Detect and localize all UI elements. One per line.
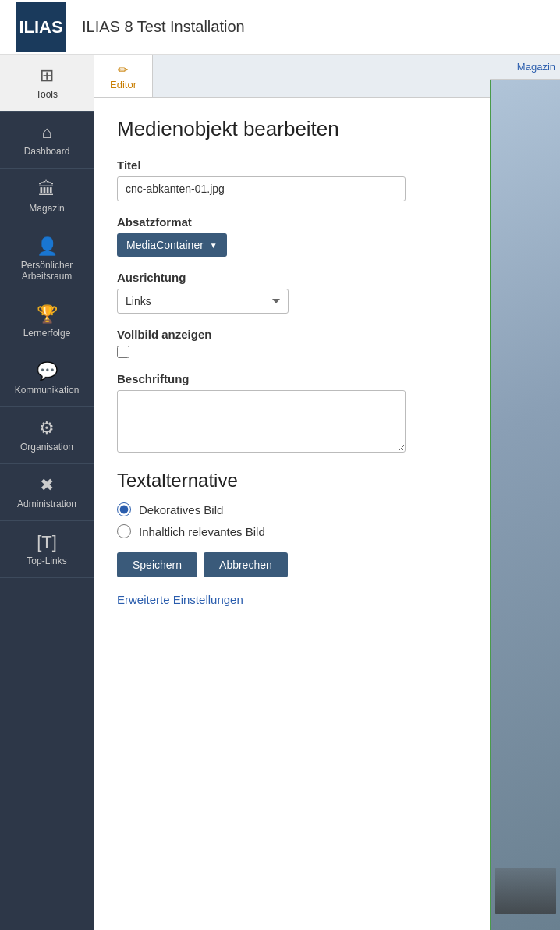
sidebar-item-magazin[interactable]: 🏛 Magazin: [0, 169, 94, 225]
sidebar-item-lernerfolge[interactable]: 🏆 Lernerfolge: [0, 293, 94, 350]
sidebar-item-administration[interactable]: ✖ Administration: [0, 464, 94, 521]
advanced-settings-link[interactable]: Erweiterte Einstellungen: [117, 593, 243, 606]
beschriftung-group: Beschriftung: [117, 372, 466, 456]
sidebar-item-kommunikation[interactable]: 💬 Kommunikation: [0, 350, 94, 407]
main-layout: ⊞ Tools ⌂ Dashboard 🏛 Magazin 👤 Persönli…: [0, 55, 560, 930]
sidebar-item-label: Persönlicher Arbeitsraum: [4, 260, 90, 282]
ausrichtung-group: Ausrichtung Links Rechts Mitte Keine: [117, 271, 466, 314]
speichern-button[interactable]: Speichern: [117, 552, 197, 577]
top-links-icon: [T]: [37, 532, 57, 552]
abbrechen-button[interactable]: Abbrechen: [204, 552, 288, 577]
sidebar-item-dashboard[interactable]: ⌂ Dashboard: [0, 112, 94, 169]
center-panel: ✏ Editor Medienobjekt bearbeiten Titel A…: [94, 55, 490, 930]
beschriftung-label: Beschriftung: [117, 372, 466, 385]
tab-label: Editor: [110, 79, 136, 91]
sidebar-item-label: Lernerfolge: [23, 328, 71, 339]
absatzformat-label: Absatzformat: [117, 215, 466, 229]
page-title: Medienobjekt bearbeiten: [117, 117, 466, 141]
sidebar-item-label: Dashboard: [24, 146, 70, 157]
sidebar-item-organisation[interactable]: ⚙ Organisation: [0, 407, 94, 464]
absatzformat-value: MediaContainer: [126, 239, 204, 251]
header-title: ILIAS 8 Test Installation: [82, 18, 245, 36]
header: ILIAS ILIAS 8 Test Installation: [0, 0, 560, 55]
org-icon: ⚙: [39, 418, 55, 438]
radio-dekorativ-label: Dekoratives Bild: [139, 503, 223, 516]
content-area: ✏ Editor Medienobjekt bearbeiten Titel A…: [94, 55, 560, 930]
person-icon: 👤: [37, 236, 58, 257]
sidebar-item-persoenlicher[interactable]: 👤 Persönlicher Arbeitsraum: [0, 225, 94, 293]
sidebar-item-top-links[interactable]: [T] Top-Links: [0, 521, 94, 578]
titel-label: Titel: [117, 158, 466, 172]
radio-dekorativ[interactable]: [117, 502, 131, 516]
sidebar: ⊞ Tools ⌂ Dashboard 🏛 Magazin 👤 Persönli…: [0, 55, 94, 930]
chat-icon: 💬: [37, 361, 58, 382]
sidebar-item-tools[interactable]: ⊞ Tools: [0, 55, 94, 112]
trophy-icon: 🏆: [37, 304, 58, 325]
ilias-logo: ILIAS: [16, 2, 66, 52]
right-panel-header: Magazin: [490, 55, 560, 80]
tab-bar: ✏ Editor: [94, 55, 490, 98]
admin-icon: ✖: [40, 475, 54, 495]
ausrichtung-label: Ausrichtung: [117, 271, 466, 284]
vollbild-checkbox[interactable]: [117, 346, 129, 358]
radio-group: Dekoratives Bild Inhaltlich relevantes B…: [117, 502, 466, 538]
vollbild-label: Vollbild anzeigen: [117, 328, 466, 341]
sidebar-item-label: Administration: [17, 499, 76, 509]
titel-input[interactable]: [117, 176, 406, 201]
right-panel-image: [490, 80, 560, 930]
tools-icon: ⊞: [40, 66, 54, 86]
magazin-icon: 🏛: [38, 179, 55, 200]
button-group: Speichern Abbrechen: [117, 552, 466, 577]
radio-dekorativ-option[interactable]: Dekoratives Bild: [117, 502, 466, 516]
ausrichtung-select[interactable]: Links Rechts Mitte Keine: [117, 289, 289, 314]
sidebar-item-label: Top-Links: [27, 556, 66, 566]
titel-group: Titel: [117, 158, 466, 201]
beschriftung-textarea[interactable]: [117, 390, 406, 453]
sidebar-item-label: Kommunikation: [15, 385, 80, 396]
chevron-down-icon: ▼: [210, 241, 218, 250]
sidebar-item-label: Organisation: [20, 442, 73, 453]
editor-icon: ✏: [118, 62, 128, 77]
radio-inhaltlich[interactable]: [117, 524, 131, 538]
sidebar-item-label: Magazin: [29, 203, 64, 214]
top-content: ✏ Editor Medienobjekt bearbeiten Titel A…: [94, 55, 560, 930]
vollbild-checkbox-group: [117, 346, 466, 358]
dashboard-icon: ⌂: [41, 122, 51, 143]
radio-inhaltlich-label: Inhaltlich relevantes Bild: [139, 525, 265, 538]
sidebar-item-label: Tools: [36, 89, 58, 100]
radio-inhaltlich-option[interactable]: Inhaltlich relevantes Bild: [117, 524, 466, 538]
right-panel: Magazin: [490, 55, 560, 930]
absatzformat-group: Absatzformat MediaContainer ▼: [117, 215, 466, 257]
textalternative-heading: Textalternative: [117, 470, 466, 492]
tab-editor[interactable]: ✏ Editor: [94, 55, 153, 97]
vollbild-group: Vollbild anzeigen: [117, 328, 466, 358]
absatzformat-dropdown[interactable]: MediaContainer ▼: [117, 233, 227, 257]
form-area: Medienobjekt bearbeiten Titel Absatzform…: [94, 98, 490, 930]
